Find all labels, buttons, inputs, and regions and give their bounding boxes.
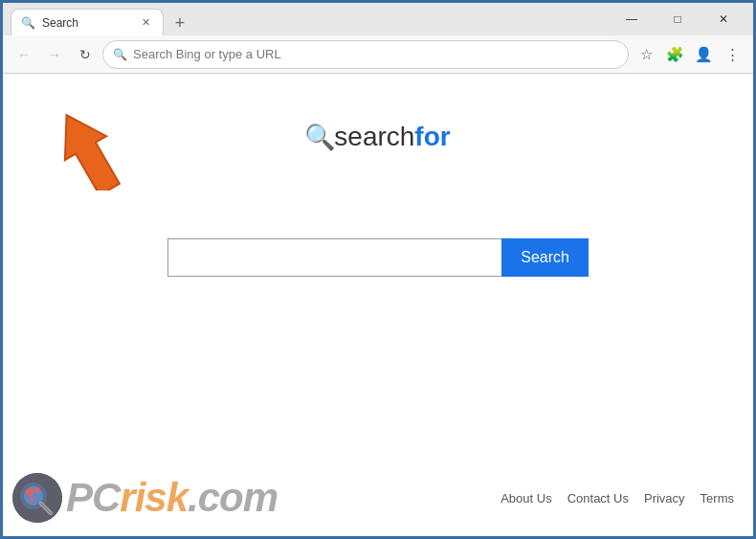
svg-marker-0 [56, 103, 130, 191]
nav-bar: ← → ↻ 🔍 ☆ 🧩 👤 ⋮ [3, 35, 753, 74]
svg-point-6 [30, 498, 34, 503]
toolbar-icons: ☆ 🧩 👤 ⋮ [633, 41, 745, 68]
arrow-annotation [56, 85, 170, 194]
browser-tab[interactable]: 🔍 Search ✕ [11, 9, 164, 35]
logo-search-icon: 🔍 [305, 123, 334, 151]
terms-link[interactable]: Terms [700, 491, 734, 505]
profile-button[interactable]: 👤 [690, 41, 717, 68]
footer-watermark: PCrisk.com About Us Contact Us Privacy T… [3, 460, 753, 536]
footer-links: About Us Contact Us Privacy Terms [500, 491, 734, 505]
page-content: 🔍 searchfor Search [3, 74, 753, 536]
title-bar: 🔍 Search ✕ + — □ ✕ [3, 3, 753, 35]
pcrisk-text-logo: PCrisk.com [66, 475, 278, 521]
maximize-button[interactable]: □ [656, 4, 700, 34]
logo-text: searchfor [334, 122, 450, 152]
tab-title: Search [42, 16, 78, 30]
pcrisk-icon [12, 473, 62, 523]
browser-frame: 🔍 Search ✕ + — □ ✕ ← → ↻ 🔍 ☆ 🧩 👤 ⋮ [0, 0, 756, 539]
close-button[interactable]: ✕ [701, 4, 745, 34]
minimize-button[interactable]: — [610, 4, 654, 34]
search-button[interactable]: Search [501, 238, 589, 277]
window-controls: — □ ✕ [610, 4, 745, 34]
pcrisk-logo: PCrisk.com [12, 473, 278, 523]
privacy-link[interactable]: Privacy [644, 491, 685, 505]
menu-button[interactable]: ⋮ [719, 41, 745, 68]
logo-area: 🔍 searchfor [305, 122, 450, 152]
tab-strip: 🔍 Search ✕ + [11, 3, 604, 35]
search-input[interactable] [167, 238, 501, 277]
refresh-button[interactable]: ↻ [72, 41, 99, 68]
forward-button[interactable]: → [41, 41, 68, 68]
about-us-link[interactable]: About Us [500, 491, 551, 505]
back-button[interactable]: ← [11, 41, 37, 68]
address-bar[interactable]: 🔍 [102, 40, 629, 69]
svg-point-5 [34, 487, 40, 493]
contact-us-link[interactable]: Contact Us [567, 491, 629, 505]
address-icon: 🔍 [113, 48, 127, 61]
svg-point-4 [26, 488, 33, 496]
address-input[interactable] [133, 47, 618, 61]
favorites-button[interactable]: ☆ [633, 41, 659, 68]
new-tab-button[interactable]: + [167, 11, 192, 35]
tab-favicon: 🔍 [21, 16, 34, 30]
tab-close-button[interactable]: ✕ [138, 15, 153, 31]
extensions-button[interactable]: 🧩 [661, 41, 688, 68]
search-area: Search [167, 238, 589, 277]
